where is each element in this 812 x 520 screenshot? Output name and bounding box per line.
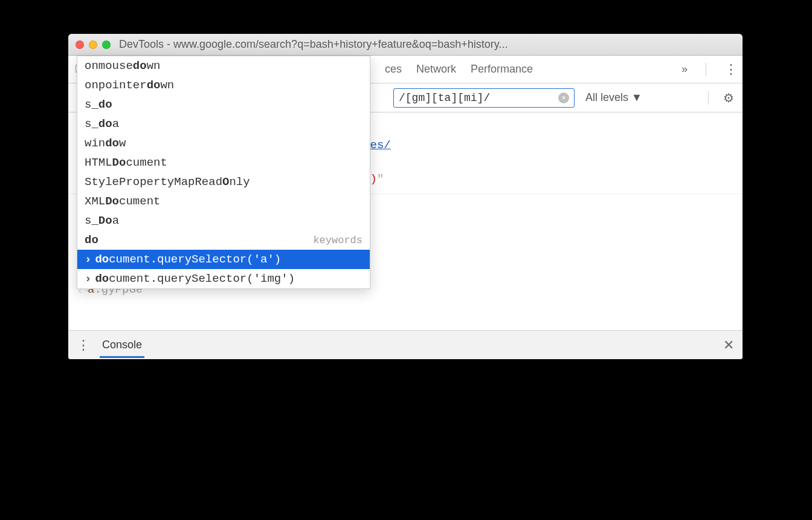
clear-filter-button[interactable]: ✕ — [558, 93, 569, 103]
drawer-tab-console[interactable]: Console — [100, 333, 144, 358]
autocomplete-item[interactable]: ›document.querySelector('img') — [77, 269, 370, 288]
autocomplete-item[interactable]: onpointerdown — [77, 76, 370, 95]
autocomplete-item[interactable]: window — [77, 134, 370, 153]
zoom-window-button[interactable] — [102, 41, 111, 49]
autocomplete-item[interactable]: onmousedown — [77, 56, 370, 76]
close-drawer-button[interactable]: ✕ — [723, 337, 734, 353]
devtools-window: DevTools - www.google.com/search?q=bash+… — [68, 34, 743, 359]
console-drawer: ⋮ Console ✕ — [68, 330, 743, 359]
console-filter-input[interactable]: /[gm][ta][mi]/ ✕ — [393, 88, 575, 108]
filter-value: /[gm][ta][mi]/ — [399, 92, 490, 104]
autocomplete-item[interactable]: HTMLDocument — [77, 153, 370, 172]
autocomplete-popover: onmousedownonpointerdowns_dos_doawindowH… — [77, 56, 370, 289]
tab-sources-partial[interactable]: ces — [385, 63, 402, 76]
history-chevron-icon: › — [85, 272, 91, 285]
titlebar: DevTools - www.google.com/search?q=bash+… — [68, 34, 743, 56]
window-controls — [76, 41, 111, 49]
autocomplete-item[interactable]: s_doa — [77, 114, 370, 134]
history-chevron-icon: › — [85, 253, 91, 266]
close-window-button[interactable] — [76, 41, 84, 49]
console-output: › ‹· … irthday " height="33" src="/logos… — [68, 112, 743, 330]
console-settings-button[interactable]: ⚙ — [723, 91, 734, 105]
window-title: DevTools - www.google.com/search?q=bash+… — [119, 38, 735, 51]
drawer-menu-button[interactable]: ⋮ — [77, 339, 89, 352]
divider — [706, 63, 706, 76]
autocomplete-item[interactable]: StylePropertyMapReadOnly — [77, 172, 370, 192]
autocomplete-item[interactable]: XMLDocument — [77, 192, 370, 211]
autocomplete-item[interactable]: ›document.querySelector('a') — [77, 250, 370, 269]
log-levels-dropdown[interactable]: All levels ▼ — [585, 91, 642, 104]
tabs-overflow-button[interactable]: » — [682, 63, 688, 76]
tab-performance[interactable]: Performance — [471, 63, 533, 76]
divider — [708, 91, 709, 105]
minimize-window-button[interactable] — [89, 41, 97, 49]
autocomplete-item[interactable]: s_do — [77, 95, 370, 114]
tab-network[interactable]: Network — [416, 63, 456, 76]
devtools-menu-button[interactable]: ⋮ — [724, 63, 736, 76]
autocomplete-item[interactable]: dokeywords — [77, 230, 370, 250]
autocomplete-item[interactable]: s_Doa — [77, 211, 370, 230]
autocomplete-hint: keywords — [313, 235, 362, 246]
